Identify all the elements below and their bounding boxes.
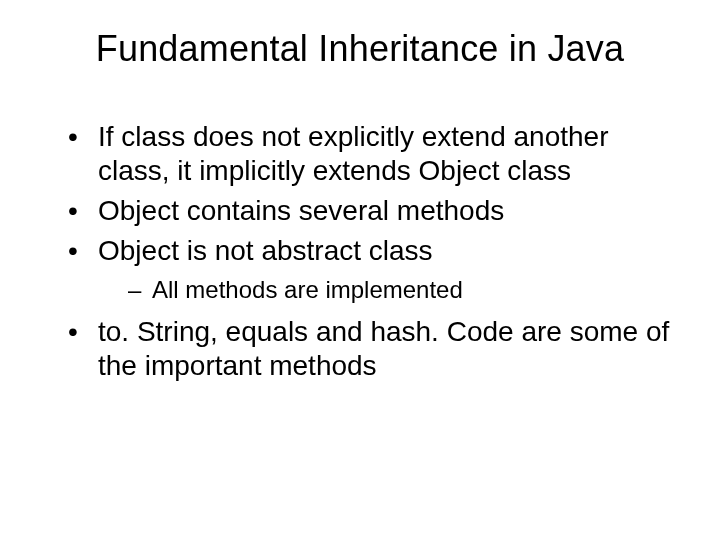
sub-bullet-list: All methods are implemented	[98, 275, 680, 305]
sub-bullet-item: All methods are implemented	[128, 275, 680, 305]
bullet-item: If class does not explicitly extend anot…	[68, 120, 680, 188]
bullet-text: Object contains several methods	[98, 195, 504, 226]
bullet-list: If class does not explicitly extend anot…	[40, 120, 680, 383]
bullet-text: If class does not explicitly extend anot…	[98, 121, 609, 186]
bullet-item: to. String, equals and hash. Code are so…	[68, 315, 680, 383]
slide: Fundamental Inheritance in Java If class…	[0, 0, 720, 540]
sub-bullet-text: All methods are implemented	[152, 276, 463, 303]
bullet-item: Object is not abstract class All methods…	[68, 234, 680, 304]
slide-title: Fundamental Inheritance in Java	[40, 28, 680, 70]
bullet-text: Object is not abstract class	[98, 235, 433, 266]
bullet-item: Object contains several methods	[68, 194, 680, 228]
bullet-text: to. String, equals and hash. Code are so…	[98, 316, 669, 381]
